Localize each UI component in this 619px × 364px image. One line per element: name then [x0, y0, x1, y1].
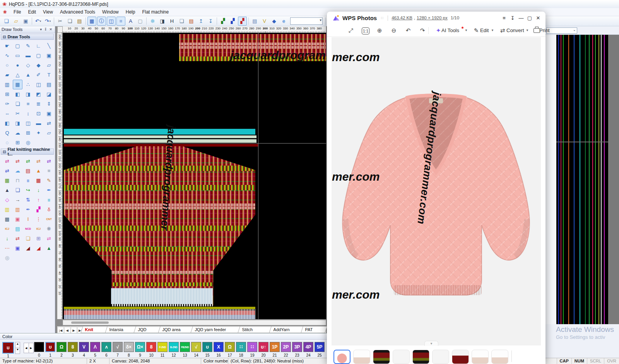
fill-right-tool[interactable]: ◨	[23, 89, 33, 99]
color-swatch-20[interactable]: ʊ↑	[258, 342, 268, 352]
thumbnail-5[interactable]	[412, 350, 429, 364]
filmstrip-collapse-button[interactable]: ▼	[424, 341, 438, 346]
color-swatch-4[interactable]: V	[79, 342, 89, 352]
new-button[interactable]: ❏	[2, 17, 11, 26]
ai-tools-button[interactable]: AI Tools	[441, 27, 459, 33]
columns-tool[interactable]: ▥	[2, 80, 12, 89]
rotate-left-icon[interactable]: ↶	[404, 26, 413, 35]
fill-corner-br-tool[interactable]: ◪	[44, 89, 54, 99]
cnt-up-tool[interactable]: CNT	[44, 214, 54, 224]
tab-jqd-area-map[interactable]: JQD area map	[158, 326, 195, 333]
h-tool[interactable]: H	[168, 17, 176, 26]
chain-dots-tool[interactable]: ∴	[23, 80, 33, 89]
thumbnail-4[interactable]	[393, 350, 410, 364]
convert-icon[interactable]: ⇄	[498, 26, 507, 35]
fill-corner-tl-tool[interactable]: ◩	[34, 89, 43, 99]
curve-tool[interactable]: ∿	[2, 51, 12, 60]
color-swatch-8[interactable]: δ×	[124, 342, 134, 352]
color-swatch-22[interactable]: 2P	[281, 342, 291, 352]
small-grid-tool[interactable]: ⊞	[2, 89, 12, 99]
up-down-tool[interactable]: ⇅	[23, 195, 33, 205]
pink-squares-tool[interactable]: ▣	[13, 214, 22, 224]
panel-close-icon[interactable]: ✕	[48, 27, 53, 31]
magic-wand-tool[interactable]: ✦	[34, 128, 43, 138]
color-swatch-14[interactable]: √	[191, 342, 201, 352]
thumbnail-2[interactable]	[353, 350, 370, 364]
save-button[interactable]: ▣	[21, 17, 30, 26]
tab-addyarn-view[interactable]: AddYarn View	[269, 326, 304, 333]
line-tool[interactable]: ╲	[44, 41, 54, 51]
dropdown-caret-icon[interactable]: ▾	[40, 20, 41, 23]
yarn-columns-tool[interactable]: |||	[44, 195, 54, 205]
zoom-tool[interactable]: Q	[2, 128, 12, 138]
wps-dots-icon[interactable]: ∷	[381, 16, 383, 20]
color-swatch-12[interactable]: B-2ND	[169, 342, 179, 352]
anchor-toggle[interactable]: ⌗	[116, 17, 125, 26]
menu-window[interactable]: Window	[99, 8, 122, 16]
colormap-tool[interactable]: ▤	[187, 17, 196, 26]
align-left-tool[interactable]: ≡	[23, 99, 33, 109]
wps-close-button[interactable]: ✕	[534, 14, 542, 22]
tab-knit-view[interactable]: Knit view	[81, 326, 109, 333]
transfer-1-tool[interactable]: ⇄	[2, 156, 12, 166]
pens-tool[interactable]: V	[260, 17, 269, 26]
edit-icon[interactable]: ✎	[472, 26, 481, 35]
layer-red-tool[interactable]: ▤	[23, 166, 33, 176]
stack-tool[interactable]: ≡	[44, 166, 54, 176]
panel-pin-icon[interactable]: ↧	[43, 27, 48, 31]
insert-down-tool[interactable]: ↓	[2, 234, 12, 243]
rounded-rect-tool[interactable]: ▢	[34, 51, 43, 60]
rotate-right-icon[interactable]: ↷	[418, 26, 427, 35]
menu-flat-machine[interactable]: Flat machine	[139, 8, 172, 16]
color-swatch-2[interactable]: Ω	[56, 342, 67, 352]
list-red-tool[interactable]: ⋮	[34, 214, 43, 224]
ellipse-filled-tool[interactable]: ●	[13, 60, 22, 70]
block-yellow-tool[interactable]: ▥	[2, 205, 12, 214]
block-orange-tool[interactable]: ▥	[13, 205, 22, 214]
flower-gray-tool[interactable]: ❋	[44, 224, 54, 234]
double-column-tool[interactable]: ◫	[34, 80, 43, 89]
break-apart-tool[interactable]: ✂	[13, 109, 22, 118]
edit-button[interactable]: Edit	[480, 27, 489, 33]
contrast-tool[interactable]: ◨	[158, 17, 167, 26]
lasso-tool[interactable]: ◌	[2, 138, 12, 147]
color-swatch-11[interactable]: F-2ND	[157, 342, 168, 352]
canvas-hscrollbar[interactable]	[63, 320, 326, 325]
panel-dropdown-icon[interactable]: ▾	[39, 27, 43, 31]
section-flat-knitting[interactable]: ⊟ Flat knitting machine t...	[1, 149, 54, 155]
distribute-vertical-tool[interactable]: ⇕	[44, 99, 54, 109]
paste-button[interactable]: ▤	[75, 17, 84, 26]
texture-block-tool[interactable]: ▩	[2, 214, 12, 224]
color-swatch-19[interactable]: ∷	[247, 342, 257, 352]
color-swatch-25[interactable]: 5P	[315, 342, 325, 352]
color-swatch-24[interactable]: 4P	[303, 342, 313, 352]
color-swatch-10[interactable]: 8	[146, 342, 156, 352]
rows-tool[interactable]: ▤	[44, 80, 54, 89]
photo-view[interactable]: mer.com mer.com mer.com jacquardprogramm…	[332, 37, 541, 345]
section-draw-tools[interactable]: ⊟ Draw Tools	[1, 34, 54, 40]
cut-button[interactable]: ✂	[56, 17, 65, 26]
machine-toggle[interactable]: ◫	[107, 17, 116, 26]
color-swatch-7[interactable]: √	[113, 342, 123, 352]
diamond-outline-tool[interactable]: ◇	[2, 195, 12, 205]
undo-button[interactable]: ↶▾	[34, 17, 43, 26]
browser-tool[interactable]: e	[279, 17, 288, 26]
red-grid-tool[interactable]: ▦	[34, 176, 43, 185]
letter-a-tool[interactable]: A	[126, 17, 135, 26]
network-tool[interactable]: ▲	[34, 166, 43, 176]
toolbar-combobox[interactable]	[290, 17, 323, 25]
polygon-tool[interactable]: △	[13, 70, 22, 80]
stack-cyan-tool[interactable]: ▤	[13, 224, 22, 234]
folder-edit-tool[interactable]: ❏	[23, 234, 33, 243]
hand-tool[interactable]: ☛	[2, 41, 12, 51]
current-color-swatch[interactable]: ʊ	[2, 342, 14, 354]
tab-pat-view[interactable]: PAT view	[301, 326, 327, 333]
triangle-darkred-tool[interactable]: ◢	[23, 243, 33, 253]
pyramid-tool[interactable]: ▲	[2, 185, 12, 195]
yarn-loop-tool[interactable]: δ	[44, 205, 54, 214]
wps-minimize-button[interactable]: —	[517, 14, 525, 22]
convert-caret-icon[interactable]: ▼	[526, 29, 529, 32]
open-button[interactable]: ▱	[12, 17, 21, 26]
swap-colors-tool[interactable]: ⇄	[13, 234, 22, 243]
spinner-down[interactable]: ▼	[15, 348, 20, 354]
